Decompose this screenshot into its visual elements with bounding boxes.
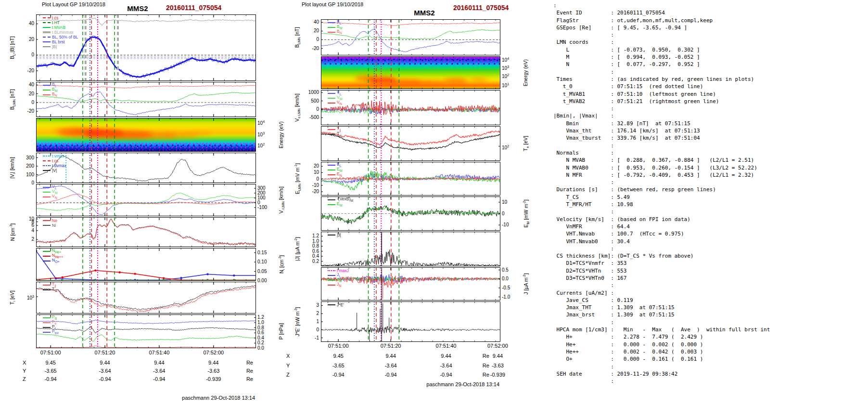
panel-ve-lmn: VLVMVN <box>321 90 500 125</box>
legend-label: BL, 50% of BL <box>52 35 78 39</box>
y-tick-label: 1 <box>300 319 319 325</box>
legend-swatch <box>43 289 51 290</box>
legend-entry: |J| <box>328 233 341 237</box>
y-tick-label: 10 <box>300 170 319 175</box>
legend-label: Ni <box>52 223 56 228</box>
panel-bl-btot: t cst HTt MVABt BLminmaxBL, 50% of BLBL … <box>36 14 256 81</box>
y-tick-label: -0.5 <box>502 285 521 291</box>
y-axis-label-right: Te [eV] <box>523 126 529 161</box>
footer-row-label: X <box>286 353 298 359</box>
panel-legend: t cst HTt MVABt BLminmaxBL, 50% of BLBL … <box>43 15 78 49</box>
footer-value: 9.44 <box>427 353 465 359</box>
legend-entry: BN <box>328 30 343 35</box>
y-tick-label: 0 <box>300 327 319 333</box>
time-tick-label: 07:51:20 <box>86 350 124 355</box>
footer-value: 9.45 <box>31 360 70 366</box>
legend-swatch <box>328 174 335 175</box>
credit-label: paschmann 29-Oct-2018 13:14 <box>130 395 255 401</box>
y-tick-label: -1.0 <box>502 294 521 300</box>
legend-label: BN <box>337 29 342 35</box>
y-tick-label: 20 <box>300 28 319 34</box>
legend-swatch <box>43 85 51 86</box>
legend-entry: t HT <box>43 20 78 25</box>
panel-e-lmn: ELEMEN <box>321 162 500 196</box>
legend-label: t HT <box>52 21 60 25</box>
legend-entry: VN <box>328 101 343 105</box>
legend-label: t vmax <box>52 154 64 158</box>
legend-label: Ptot <box>52 329 58 335</box>
legend-swatch <box>43 156 51 157</box>
legend-label: NO+ <box>52 258 60 264</box>
panel-legend: NHe+NHe++NO+ <box>43 249 63 263</box>
y-axis-label-right: EM [mW m-2] <box>523 196 530 231</box>
y-axis-label: |J| [µA m-2] <box>294 232 300 266</box>
y-tick-label: 0.05 <box>257 269 277 274</box>
y-tick-label: 0 <box>15 52 34 58</box>
legend-entry: t vmax <box>43 154 66 158</box>
y-tick-label: 20 <box>15 37 34 42</box>
legend-label: VN <box>337 100 342 106</box>
y-tick-label: 0 <box>15 180 34 186</box>
legend-swatch <box>328 129 335 130</box>
y-tick-label: -1 <box>300 335 319 341</box>
legend-label: EM <box>337 202 343 208</box>
legend-swatch <box>43 256 51 257</box>
legend-swatch <box>43 170 51 171</box>
panel-legend: BLBMBN <box>43 83 58 97</box>
legend-swatch <box>328 27 335 28</box>
legend-entry: NO+ <box>43 259 63 263</box>
legend-swatch <box>328 199 335 200</box>
legend-label: t cs <box>52 159 58 163</box>
y-tick-label: -20 <box>15 68 34 74</box>
panel-j-lmn: t maxJJLJMJN <box>321 267 500 300</box>
legend-label: VN <box>52 194 57 200</box>
legend-label: BN <box>52 92 57 98</box>
y-axis-label-right: Vi LMN [km/s] <box>278 184 285 216</box>
y-tick-label: 0.5 <box>502 267 521 273</box>
y-tick-label: 10 <box>502 199 521 205</box>
panel-legend: T∥T⊥ <box>43 283 57 292</box>
y-tick-label: 103 <box>502 64 521 71</box>
y-tick-label: 300 <box>15 155 34 161</box>
legend-entry: t cs <box>43 15 78 20</box>
legend-swatch <box>328 170 335 170</box>
y-tick-label: 101 <box>502 81 521 89</box>
legend-entry: Ptot <box>43 330 58 335</box>
legend-swatch <box>328 204 335 205</box>
time-tick-label: 07:52:00 <box>194 350 233 355</box>
time-tick-label: 07:52:00 <box>478 343 517 349</box>
legend-swatch <box>43 322 51 323</box>
footer-value: -0.94 <box>371 372 410 378</box>
legend-label: t BLminmax <box>52 30 74 35</box>
event-id-mid: 20160111_075054 <box>453 4 521 12</box>
legend-entry: EM <box>328 202 353 207</box>
y-tick-label: 3 <box>300 302 319 308</box>
y-tick-label: -20 <box>300 46 319 52</box>
y-axis-label-right: Energy (eV) <box>523 56 528 89</box>
legend-swatch <box>328 285 335 286</box>
legend-entry: Pe <box>43 320 58 325</box>
footer-value: -0.94 <box>427 372 465 378</box>
y-tick-label: 2 <box>15 236 34 242</box>
y-tick-label: 0 <box>502 211 521 217</box>
legend-swatch <box>43 196 51 197</box>
y-axis-label-right: P [nPa] <box>278 314 284 348</box>
legend-swatch <box>328 32 335 33</box>
legend-label: T⊥ <box>337 131 342 137</box>
panel-legend: ELEMEN <box>328 163 343 177</box>
legend-swatch <box>43 317 51 318</box>
panel-vi-lmn: VLVMVN <box>36 184 256 216</box>
legend-swatch <box>43 46 51 47</box>
panel-legend: VLVMVN <box>328 91 343 105</box>
footer-value: 9.44 <box>371 353 410 359</box>
legend-label: |J| <box>337 233 341 237</box>
legend-entry: t MVAB <box>43 25 78 30</box>
panel-vexb-em: -(VexB)MEM <box>321 196 500 231</box>
legend-swatch <box>43 27 51 28</box>
panel-legend: -(VexB)MEM <box>328 197 353 207</box>
y-tick-label: 0.10 <box>257 259 277 265</box>
legend-swatch <box>43 327 51 328</box>
legend-entry: BN <box>43 92 58 97</box>
footer-value: -3.64 <box>140 368 179 374</box>
legend-entry: EN <box>328 172 343 177</box>
